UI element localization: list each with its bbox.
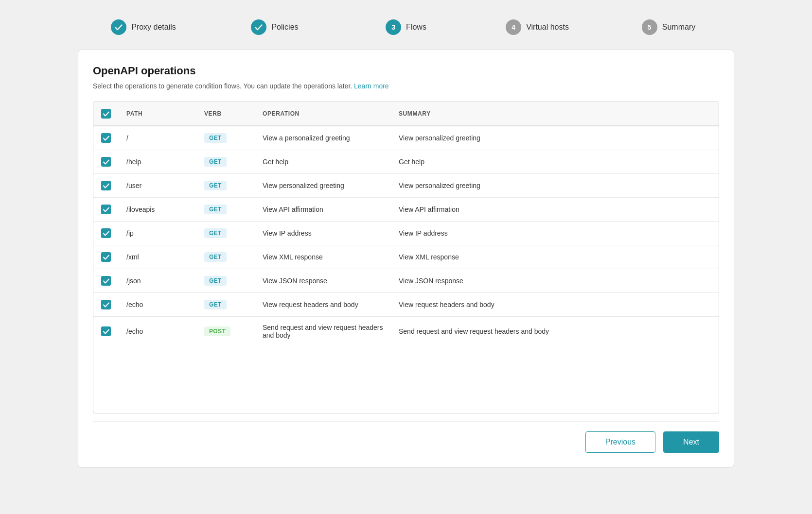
table-row: /user GET View personalized greeting Vie… xyxy=(93,174,719,198)
step-virtual-hosts: 4 Virtual hosts xyxy=(472,19,603,35)
row-checkbox-2[interactable] xyxy=(101,181,111,190)
row-checkbox-cell xyxy=(93,198,119,222)
row-checkbox-cell xyxy=(93,245,119,269)
table-row: / GET View a personalized greeting View … xyxy=(93,126,719,150)
row-verb: GET xyxy=(196,269,255,293)
step-label-policies: Policies xyxy=(271,23,298,32)
table-row: /echo GET View request headers and body … xyxy=(93,293,719,317)
operations-table: PATH VERB OPERATION SUMMARY / GET View a xyxy=(93,102,719,346)
row-checkbox-0[interactable] xyxy=(101,133,111,143)
row-summary: View API affirmation xyxy=(391,198,719,222)
card-footer: Previous Next xyxy=(93,421,719,453)
row-checkbox-3[interactable] xyxy=(101,205,111,214)
row-summary: View XML response xyxy=(391,245,719,269)
row-operation: View API affirmation xyxy=(255,198,391,222)
row-path: /json xyxy=(119,269,196,293)
card-title: OpenAPI operations xyxy=(93,65,719,77)
row-summary: View request headers and body xyxy=(391,293,719,317)
row-checkbox-4[interactable] xyxy=(101,228,111,238)
row-checkbox-7[interactable] xyxy=(101,300,111,309)
row-verb: GET xyxy=(196,174,255,198)
row-checkbox-cell xyxy=(93,269,119,293)
row-operation: View JSON response xyxy=(255,269,391,293)
step-label-flows: Flows xyxy=(406,23,426,32)
previous-button[interactable]: Previous xyxy=(585,431,655,453)
row-verb: GET xyxy=(196,198,255,222)
step-proxy-details: Proxy details xyxy=(78,19,209,35)
step-flows: 3 Flows xyxy=(340,19,472,35)
stepper: Proxy details Policies 3 Flows 4 Virtual… xyxy=(78,10,734,50)
col-header-path: PATH xyxy=(119,102,196,126)
row-checkbox-5[interactable] xyxy=(101,252,111,262)
col-header-check xyxy=(93,102,119,126)
row-operation: Get help xyxy=(255,150,391,174)
row-path: /xml xyxy=(119,245,196,269)
step-circle-policies xyxy=(251,19,266,35)
learn-more-link[interactable]: Learn more xyxy=(354,82,389,90)
row-path: /echo xyxy=(119,293,196,317)
table-row: /help GET Get help Get help xyxy=(93,150,719,174)
step-circle-flows: 3 xyxy=(386,19,401,35)
row-checkbox-cell xyxy=(93,317,119,346)
table-header-row: PATH VERB OPERATION SUMMARY xyxy=(93,102,719,126)
row-path: /user xyxy=(119,174,196,198)
row-summary: View IP address xyxy=(391,222,719,245)
step-label-summary: Summary xyxy=(662,23,695,32)
row-checkbox-cell xyxy=(93,150,119,174)
step-circle-virtual-hosts: 4 xyxy=(506,19,521,35)
table-row: /ip GET View IP address View IP address xyxy=(93,222,719,245)
row-verb: POST xyxy=(196,317,255,346)
step-label-virtual-hosts: Virtual hosts xyxy=(526,23,569,32)
row-verb: GET xyxy=(196,222,255,245)
col-header-verb: VERB xyxy=(196,102,255,126)
row-checkbox-cell xyxy=(93,293,119,317)
row-path: / xyxy=(119,126,196,150)
row-summary: Get help xyxy=(391,150,719,174)
row-summary: View personalized greeting xyxy=(391,174,719,198)
main-card: OpenAPI operations Select the operations… xyxy=(78,50,734,468)
row-operation: View a personalized greeting xyxy=(255,126,391,150)
card-subtitle: Select the operations to generate condit… xyxy=(93,82,719,90)
row-summary: Send request and view request headers an… xyxy=(391,317,719,346)
row-verb: GET xyxy=(196,150,255,174)
row-checkbox-cell xyxy=(93,126,119,150)
step-circle-proxy-details xyxy=(111,19,126,35)
row-operation: View XML response xyxy=(255,245,391,269)
row-checkbox-8[interactable] xyxy=(101,326,111,336)
col-header-summary: SUMMARY xyxy=(391,102,719,126)
row-path: /ip xyxy=(119,222,196,245)
row-verb: GET xyxy=(196,245,255,269)
row-path: /iloveapis xyxy=(119,198,196,222)
table-scroll[interactable]: PATH VERB OPERATION SUMMARY / GET View a xyxy=(93,102,719,413)
row-checkbox-1[interactable] xyxy=(101,157,111,167)
step-circle-summary: 5 xyxy=(642,19,657,35)
row-operation: View request headers and body xyxy=(255,293,391,317)
step-label-proxy-details: Proxy details xyxy=(131,23,176,32)
operations-table-container: PATH VERB OPERATION SUMMARY / GET View a xyxy=(93,102,719,413)
row-summary: View personalized greeting xyxy=(391,126,719,150)
row-verb: GET xyxy=(196,126,255,150)
row-checkbox-cell xyxy=(93,174,119,198)
select-all-checkbox[interactable] xyxy=(101,109,111,119)
table-row: /iloveapis GET View API affirmation View… xyxy=(93,198,719,222)
row-operation: View personalized greeting xyxy=(255,174,391,198)
row-path: /echo xyxy=(119,317,196,346)
next-button[interactable]: Next xyxy=(663,431,719,453)
step-summary: 5 Summary xyxy=(603,19,734,35)
row-path: /help xyxy=(119,150,196,174)
row-operation: Send request and view request headers an… xyxy=(255,317,391,346)
row-summary: View JSON response xyxy=(391,269,719,293)
step-policies: Policies xyxy=(209,19,340,35)
table-row: /json GET View JSON response View JSON r… xyxy=(93,269,719,293)
col-header-operation: OPERATION xyxy=(255,102,391,126)
row-checkbox-cell xyxy=(93,222,119,245)
row-checkbox-6[interactable] xyxy=(101,276,111,286)
table-row: /echo POST Send request and view request… xyxy=(93,317,719,346)
row-verb: GET xyxy=(196,293,255,317)
row-operation: View IP address xyxy=(255,222,391,245)
table-row: /xml GET View XML response View XML resp… xyxy=(93,245,719,269)
